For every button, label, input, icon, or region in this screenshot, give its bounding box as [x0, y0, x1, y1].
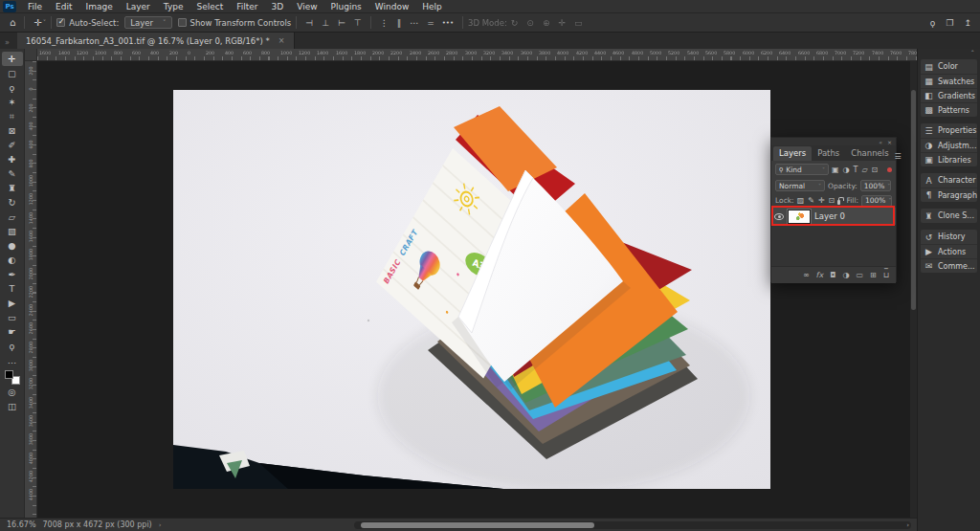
tool-path-select[interactable]: ▶ [3, 296, 22, 310]
dock-item-paragraph[interactable]: ¶Paragraph [921, 188, 977, 202]
menu-help[interactable]: Help [415, 0, 449, 13]
3d-scale-icon[interactable]: ▭ [574, 18, 583, 28]
dock-item-patterns[interactable]: ▩Patterns [921, 102, 977, 117]
photoshop-logo[interactable]: Ps [3, 1, 16, 12]
dock-item-properties[interactable]: ☰Properties [921, 123, 977, 138]
filter-toggle-icon[interactable] [887, 167, 892, 172]
tool-healing-brush[interactable]: ✚ [3, 152, 22, 166]
dock-item-libraries[interactable]: ▣Libraries [921, 152, 977, 166]
scroll-right-icon[interactable]: › [906, 521, 909, 529]
tool-type[interactable]: T [3, 281, 22, 296]
align-right-edges-icon[interactable]: ⊢ [338, 18, 345, 28]
tool-move[interactable]: ✛ [2, 52, 23, 66]
menu-type[interactable]: Type [157, 0, 190, 13]
tool-screen-mode[interactable]: ◫ [3, 399, 22, 413]
distribute-vertical-icon[interactable]: ⋮ [380, 18, 389, 28]
3d-rotate-icon[interactable]: ↻ [511, 18, 519, 28]
fill-dropdown[interactable]: 100% ˇ [861, 195, 892, 207]
tool-quick-mask[interactable]: ◎ [3, 385, 22, 399]
dock-item-actions[interactable]: ▶Actions [921, 244, 977, 258]
3d-slide-icon[interactable]: ✛ [558, 18, 566, 28]
lock-all-icon[interactable] [837, 200, 840, 205]
menu-select[interactable]: Select [189, 0, 230, 13]
new-layer-icon[interactable]: ⊞ [870, 271, 877, 279]
filter-smart-objects-icon[interactable]: ⊡ [872, 166, 879, 174]
lock-artboard-icon[interactable]: ⊡ [829, 196, 835, 205]
menu-window[interactable]: Window [368, 0, 416, 13]
tool-gradient[interactable]: ▧ [3, 224, 22, 238]
menu-3d[interactable]: 3D [265, 0, 291, 13]
tool-frame[interactable]: ⊠ [3, 123, 22, 138]
status-chevron-icon[interactable]: › [159, 521, 162, 529]
dock-collapse-icon[interactable]: ˄ [918, 49, 980, 59]
tool-magic-wand[interactable]: ✶ [3, 95, 22, 109]
horizontal-scrollbar[interactable]: › [354, 521, 911, 529]
filter-pixel-layers-icon[interactable]: ▣ [832, 166, 839, 174]
filter-type-layers-icon[interactable]: T [854, 166, 858, 174]
layer-group-icon[interactable]: ▭ [856, 271, 863, 279]
zoom-level[interactable]: 16.67% [7, 520, 36, 529]
tool-dodge[interactable]: ◐ [3, 253, 22, 267]
canvas-area[interactable]: 1600140012001000800600400200020040060080… [25, 49, 917, 518]
home-icon[interactable]: ⌂ [6, 17, 19, 28]
tool-eraser[interactable]: ▱ [3, 210, 22, 224]
horizontal-scrollbar-thumb[interactable] [361, 522, 594, 528]
share-icon[interactable]: ↥ [964, 18, 971, 28]
delete-layer-icon[interactable]: ⊔ [883, 271, 889, 279]
foreground-color-swatch[interactable] [5, 370, 13, 379]
layers-panel-tab-channels[interactable]: Channels [845, 146, 894, 161]
menu-plugins[interactable]: Plugins [324, 0, 368, 13]
align-horizontal-centers-icon[interactable]: ⊥ [322, 18, 329, 28]
align-left-edges-icon[interactable]: ⊣ [305, 18, 313, 28]
3d-drag-icon[interactable]: ⊕ [543, 18, 550, 28]
close-icon[interactable]: × [278, 36, 285, 45]
tool-history-brush[interactable]: ↻ [3, 195, 22, 210]
layer-style-icon[interactable]: fx [816, 271, 824, 279]
layers-panel-tab-layers[interactable]: Layers [773, 146, 812, 161]
3d-roll-icon[interactable]: ⊙ [526, 18, 534, 28]
adjustment-layer-icon[interactable]: ◑ [843, 271, 850, 279]
lock-transparent-pixels-icon[interactable]: ▨ [797, 196, 805, 205]
dock-item-color[interactable]: ▤Color [921, 59, 977, 74]
align-top-edges-icon[interactable]: ⊤ [354, 18, 362, 28]
menu-image[interactable]: Image [79, 0, 120, 13]
dock-item-gradients[interactable]: ◧Gradients [921, 88, 977, 102]
document-tab[interactable]: 16054_Farbkarton_A3_001.tif @ 16.7% (Lay… [17, 33, 295, 49]
auto-select-target-dropdown[interactable]: Layer ˇ [124, 16, 171, 29]
tool-pen[interactable]: ✒ [3, 267, 22, 281]
vertical-scrollbar[interactable] [910, 61, 917, 518]
dock-item-swatches[interactable]: ▦Swatches [921, 74, 977, 88]
show-transform-checkbox[interactable] [178, 18, 187, 27]
distribute-spacing-icon[interactable]: ⋯ [410, 18, 418, 28]
layer-mask-icon[interactable]: ◘ [830, 271, 835, 279]
panel-close-icon[interactable]: × [887, 139, 892, 145]
menu-file[interactable]: File [21, 0, 49, 13]
blend-mode-dropdown[interactable]: Normal ˇ [775, 180, 825, 191]
tool-edit-toolbar[interactable]: … [3, 353, 22, 367]
vertical-scrollbar-thumb[interactable] [911, 90, 916, 310]
tool-eyedropper[interactable]: ✐ [3, 138, 22, 152]
tool-zoom[interactable]: ϙ [3, 339, 22, 353]
layers-panel-tab-paths[interactable]: Paths [812, 146, 845, 161]
panel-collapse-icon[interactable]: « [879, 139, 882, 145]
more-options-icon[interactable]: ••• [438, 19, 457, 27]
dock-item-history[interactable]: ↺History [921, 230, 977, 244]
filter-shape-layers-icon[interactable]: ▱ [861, 166, 867, 174]
tool-brush[interactable]: ✎ [3, 166, 22, 181]
opacity-dropdown[interactable]: 100% ˇ [860, 180, 891, 191]
tool-clone-stamp[interactable]: ♜ [3, 181, 22, 195]
distribute-evenly-icon[interactable]: = [427, 18, 434, 28]
filter-kind-dropdown[interactable]: ϙ Kind ˇ [775, 164, 829, 175]
search-icon[interactable]: ϙ [930, 18, 936, 28]
dock-item-adjustments[interactable]: ◑Adjustm... [921, 138, 977, 152]
menu-filter[interactable]: Filter [230, 0, 264, 13]
lock-image-pixels-icon[interactable]: ✎ [808, 196, 814, 205]
tool-rectangular-marquee[interactable]: ▢ [3, 66, 22, 80]
tool-crop[interactable]: ⌗ [3, 109, 22, 123]
tool-shape[interactable]: ▭ [3, 310, 22, 324]
tool-lasso[interactable]: ǫ [3, 80, 22, 95]
link-layers-icon[interactable]: ∞ [803, 271, 810, 279]
tool-hand[interactable]: ☛ [3, 324, 22, 339]
panel-menu-icon[interactable]: ☰ [895, 152, 902, 161]
auto-select-checkbox[interactable] [56, 18, 65, 27]
